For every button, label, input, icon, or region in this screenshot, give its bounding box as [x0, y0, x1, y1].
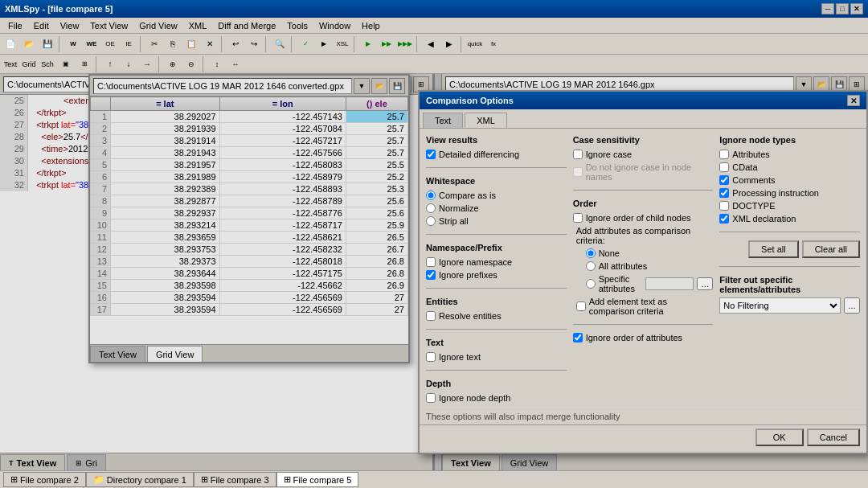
menu-xml[interactable]: XML — [184, 19, 212, 32]
attributes-label: Attributes — [732, 150, 769, 159]
dialog-tab-xml[interactable]: XML — [465, 113, 507, 128]
dialog-footer: OK Cancel — [420, 424, 866, 453]
tab-file-compare-2[interactable]: ⊞ File compare 2 — [3, 472, 86, 487]
minimize-button[interactable]: ─ — [821, 3, 834, 14]
comments-checkbox[interactable] — [719, 175, 729, 185]
detailed-differencing-checkbox[interactable] — [426, 150, 436, 159]
tb2-b4[interactable]: ↓ — [120, 55, 137, 73]
tb2-b5[interactable]: → — [138, 55, 156, 73]
xml-declaration-row: XML declaration — [719, 214, 860, 223]
tb2-grid[interactable]: Grid — [20, 55, 38, 73]
dialog-close-button[interactable]: ✕ — [847, 95, 860, 106]
tb-open[interactable]: 📂 — [20, 35, 38, 53]
menu-diff-merge[interactable]: Diff and Merge — [213, 19, 280, 32]
add-element-text-checkbox[interactable] — [576, 301, 586, 311]
tb-w[interactable]: W — [64, 35, 82, 53]
menu-window[interactable]: Window — [314, 19, 355, 32]
clear-all-button[interactable]: Clear all — [802, 240, 860, 258]
menu-help[interactable]: Help — [357, 19, 385, 32]
close-button[interactable]: ✕ — [850, 3, 863, 14]
specific-attributes-btn[interactable]: … — [697, 277, 713, 290]
ignore-child-nodes-checkbox[interactable] — [573, 213, 583, 223]
tb-save[interactable]: 💾 — [39, 35, 56, 53]
filter-select[interactable]: No Filtering — [719, 297, 841, 314]
do-not-ignore-checkbox[interactable] — [573, 167, 583, 177]
tb-b2[interactable]: ▶▶ — [378, 35, 395, 53]
none-radio[interactable] — [586, 248, 596, 258]
tb-new[interactable]: 📄 — [2, 35, 19, 53]
tab-file-compare-5[interactable]: ⊞ File compare 5 — [276, 472, 359, 487]
xml-declaration-checkbox[interactable] — [719, 214, 729, 223]
menu-text-view[interactable]: Text View — [85, 19, 133, 32]
do-not-ignore-row: Do not ignore case in node names — [573, 162, 714, 182]
tb-find[interactable]: 🔍 — [271, 35, 289, 53]
view-results-section: View results Detailed differencing — [426, 135, 567, 159]
maximize-button[interactable]: □ — [836, 3, 849, 14]
attributes-checkbox[interactable] — [719, 150, 729, 159]
status-tabs: ⊞ File compare 2 📁 Directory compare 1 ⊞… — [3, 472, 358, 487]
processing-instruction-checkbox[interactable] — [719, 188, 729, 198]
tb-sep-7 — [416, 36, 420, 52]
menu-tools[interactable]: Tools — [282, 19, 313, 32]
tb-b3[interactable]: ▶▶▶ — [396, 35, 414, 53]
tb-undo[interactable]: ↩ — [227, 35, 244, 53]
file-compare-3-label: File compare 3 — [211, 475, 269, 485]
tb2-text[interactable]: Text — [2, 55, 19, 73]
specific-attributes-input[interactable] — [645, 277, 694, 290]
tb-validate[interactable]: ▶ — [315, 35, 333, 53]
tb-redo[interactable]: ↪ — [245, 35, 263, 53]
ignore-order-attributes-checkbox[interactable] — [573, 333, 583, 342]
set-all-button[interactable]: Set all — [748, 240, 799, 258]
menu-edit[interactable]: Edit — [29, 19, 54, 32]
all-attributes-radio[interactable] — [586, 261, 596, 271]
tb-oe[interactable]: OE — [101, 35, 119, 53]
normalize-radio[interactable] — [426, 203, 436, 213]
menu-file[interactable]: File — [3, 19, 27, 32]
tb-delete[interactable]: ✕ — [201, 35, 219, 53]
doctype-checkbox[interactable] — [719, 201, 729, 211]
sep-8 — [719, 232, 860, 232]
tab-directory-compare-1[interactable]: 📁 Directory compare 1 — [86, 472, 194, 487]
tb-b1[interactable]: ▶ — [359, 35, 377, 53]
tb-paste[interactable]: 📋 — [182, 35, 200, 53]
tb-copy[interactable]: ⎘ — [164, 35, 182, 53]
resolve-entities-checkbox[interactable] — [426, 311, 436, 321]
tb2-b2[interactable]: ⊞ — [76, 55, 93, 73]
dialog-tab-text[interactable]: Text — [423, 113, 463, 128]
tb-we[interactable]: WE — [83, 35, 100, 53]
menu-grid-view[interactable]: Grid View — [134, 19, 182, 32]
cdata-checkbox[interactable] — [719, 162, 729, 172]
tb2-b6[interactable]: ⊕ — [164, 55, 182, 73]
tb-fx[interactable]: fx — [485, 35, 502, 53]
tb-ie[interactable]: IE — [120, 35, 137, 53]
tb2-b1[interactable]: ▣ — [57, 55, 75, 73]
specific-attributes-radio[interactable] — [586, 279, 596, 289]
tab-file-compare-3[interactable]: ⊞ File compare 3 — [194, 472, 276, 487]
ignore-text-checkbox[interactable] — [426, 352, 436, 362]
tb-xslt[interactable]: XSL — [334, 35, 351, 53]
filter-extra-btn[interactable]: … — [844, 297, 860, 314]
ignore-text-row: Ignore text — [426, 352, 567, 362]
tb-cut[interactable]: ✂ — [145, 35, 163, 53]
doctype-label: DOCTYPE — [732, 201, 775, 211]
ignore-namespace-checkbox[interactable] — [426, 257, 436, 267]
ignore-prefixes-checkbox[interactable] — [426, 270, 436, 280]
tb-quick[interactable]: quick — [466, 35, 484, 53]
ignore-case-checkbox[interactable] — [573, 150, 583, 159]
tb-next[interactable]: ▶ — [440, 35, 458, 53]
ok-button[interactable]: OK — [755, 429, 804, 446]
tb2-b9[interactable]: ↔ — [227, 55, 244, 73]
tb-check-wf[interactable]: ✓ — [297, 35, 314, 53]
attributes-row: Attributes — [719, 150, 860, 159]
tb2-b8[interactable]: ↕ — [208, 55, 226, 73]
compare-as-is-radio[interactable] — [426, 191, 436, 200]
toolbar-2: Text Grid Sch ▣ ⊞ ↑ ↓ → ⊕ ⊖ ↕ ↔ — [0, 55, 868, 74]
ignore-node-depth-checkbox[interactable] — [426, 393, 436, 403]
menu-view[interactable]: View — [55, 19, 84, 32]
tb-prev[interactable]: ◀ — [422, 35, 440, 53]
tb2-b3[interactable]: ↑ — [101, 55, 119, 73]
strip-all-radio[interactable] — [426, 216, 436, 226]
cancel-button[interactable]: Cancel — [807, 429, 860, 446]
tb2-schema[interactable]: Sch — [39, 55, 56, 73]
tb2-b7[interactable]: ⊖ — [182, 55, 200, 73]
